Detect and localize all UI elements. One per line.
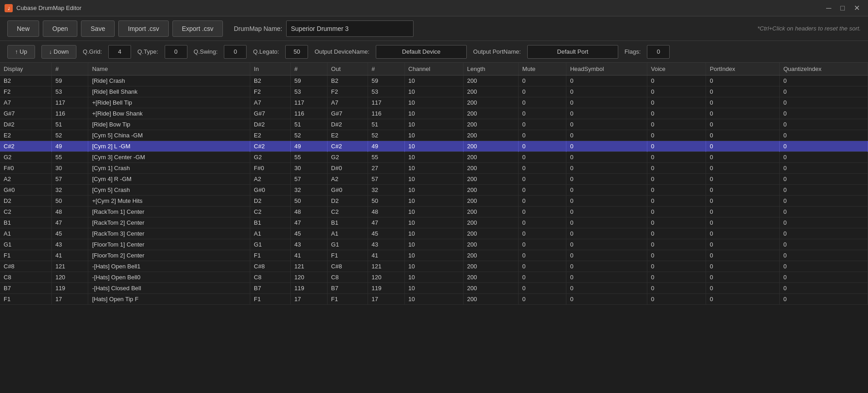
table-cell: 0	[647, 141, 706, 152]
header-num1[interactable]: #	[51, 63, 88, 76]
table-row[interactable]: G255[Cym 3] Center -GMG255G2551020000000	[0, 152, 868, 163]
drummap-name-input[interactable]	[286, 20, 414, 37]
table-cell: 59	[368, 76, 404, 86]
open-button[interactable]: Open	[43, 20, 77, 37]
table-cell: B7	[327, 283, 368, 294]
table-row[interactable]: C#249[Cym 2] L -GMC#249C#2491020000000	[0, 141, 868, 152]
qswing-input[interactable]	[224, 45, 247, 59]
table-cell: 0	[647, 294, 706, 305]
table-row[interactable]: A145[RackTom 3] CenterA145A1451020000000	[0, 228, 868, 239]
table-cell: 0	[706, 185, 780, 196]
table-row[interactable]: F253[Ride] Bell ShankF253F2531020000000	[0, 86, 868, 97]
header-out[interactable]: Out	[327, 63, 368, 76]
svg-text:♩: ♩	[8, 6, 10, 11]
table-cell: 0	[647, 239, 706, 250]
table-cell: 0	[647, 272, 706, 283]
table-row[interactable]: B147[RackTom 2] CenterB147B1471020000000	[0, 217, 868, 228]
header-quantizeindex[interactable]: QuantizeIndex	[779, 63, 868, 76]
table-cell: 0	[566, 272, 647, 283]
header-mute[interactable]: Mute	[519, 63, 566, 76]
qlegato-input[interactable]	[285, 45, 308, 59]
table-row[interactable]: D250+[Cym 2] Mute HitsD250D2501020000000	[0, 196, 868, 207]
table-row[interactable]: F#030[Cym 1] CrashF#030D#0271020000000	[0, 163, 868, 174]
window-controls[interactable]: ─ □ ✕	[823, 3, 863, 13]
table-cell: B2	[0, 76, 51, 86]
table-cell: 200	[463, 130, 518, 141]
table-cell: B7	[0, 283, 51, 294]
table-cell: 0	[519, 86, 566, 97]
header-length[interactable]: Length	[463, 63, 518, 76]
maximize-button[interactable]: □	[837, 3, 848, 13]
table-row[interactable]: G#032[Cym 5] CrashG#032G#0321020000000	[0, 185, 868, 196]
table-cell: C2	[0, 207, 51, 217]
table-cell: 0	[779, 239, 868, 250]
table-row[interactable]: C8120-[Hats] Open Bell0C8120C81201020000…	[0, 272, 868, 283]
table-cell: 52	[368, 130, 404, 141]
table-cell: 0	[706, 76, 780, 86]
header-name[interactable]: Name	[88, 63, 250, 76]
table-cell: 57	[51, 174, 88, 185]
table-cell: 10	[404, 86, 463, 97]
table-cell: E2	[327, 130, 368, 141]
table-row[interactable]: G#7116+[Ride] Bow ShankG#7116G#711610200…	[0, 108, 868, 119]
output-device-input[interactable]	[376, 45, 467, 59]
table-cell: 117	[51, 97, 88, 108]
table-cell: 50	[51, 196, 88, 207]
table-cell: A7	[250, 97, 291, 108]
table-cell: [Cym 5] China -GM	[88, 130, 250, 141]
table-row[interactable]: F141[FloorTom 2] CenterF141F141102000000…	[0, 250, 868, 261]
table-cell: A2	[327, 174, 368, 185]
header-channel[interactable]: Channel	[404, 63, 463, 76]
save-button[interactable]: Save	[81, 20, 115, 37]
table-cell: 49	[291, 141, 328, 152]
table-cell: 0	[647, 217, 706, 228]
up-button[interactable]: ↑ Up	[7, 45, 35, 59]
table-cell: 49	[51, 141, 88, 152]
hint-text: *Ctrl+Click on headers to reset the sort…	[757, 25, 861, 32]
import-csv-button[interactable]: Import .csv	[118, 20, 168, 37]
table-row[interactable]: D#251[Ride] Bow TipD#251D#2511020000000	[0, 119, 868, 130]
drummap-name-label: DrumMap Name:	[234, 25, 283, 32]
header-num3[interactable]: #	[368, 63, 404, 76]
table-cell: 0	[779, 272, 868, 283]
output-port-input[interactable]	[527, 45, 618, 59]
table-row[interactable]: B259[Ride] CrashB259B2591020000000	[0, 76, 868, 86]
qgrid-input[interactable]	[108, 45, 131, 59]
header-num2[interactable]: #	[291, 63, 328, 76]
table-cell: 0	[706, 239, 780, 250]
table-row[interactable]: C248[RackTom 1] CenterC248C2481020000000	[0, 207, 868, 217]
down-button[interactable]: ↓ Down	[41, 45, 76, 59]
table-cell: A1	[0, 228, 51, 239]
table-cell: 10	[404, 239, 463, 250]
new-button[interactable]: New	[7, 20, 39, 37]
table-cell: G2	[327, 152, 368, 163]
minimize-button[interactable]: ─	[823, 3, 835, 13]
flags-label: Flags:	[625, 48, 641, 55]
table-row[interactable]: C#8121-[Hats] Open Bell1C#8121C#81211020…	[0, 261, 868, 272]
table-row[interactable]: B7119-[Hats] Closed BellB7119B7119102000…	[0, 283, 868, 294]
table-cell: 0	[566, 152, 647, 163]
table-cell: 117	[291, 97, 328, 108]
header-portindex[interactable]: PortIndex	[706, 63, 780, 76]
table-cell: 10	[404, 152, 463, 163]
header-in[interactable]: In	[250, 63, 291, 76]
header-display[interactable]: Display	[0, 63, 51, 76]
table-row[interactable]: F117[Hats] Open Tip FF117F1171020000000	[0, 294, 868, 305]
table-cell: 0	[519, 239, 566, 250]
header-voice[interactable]: Voice	[647, 63, 706, 76]
table-cell: 51	[291, 119, 328, 130]
table-cell: 47	[51, 217, 88, 228]
table-cell: A1	[250, 228, 291, 239]
table-cell: 0	[647, 119, 706, 130]
table-row[interactable]: A257[Cym 4] R -GMA257A2571020000000	[0, 174, 868, 185]
flags-input[interactable]	[647, 45, 670, 59]
table-row[interactable]: E252[Cym 5] China -GME252E2521020000000	[0, 130, 868, 141]
close-button[interactable]: ✕	[850, 3, 863, 13]
table-cell: F2	[250, 86, 291, 97]
export-csv-button[interactable]: Export .csv	[172, 20, 223, 37]
qtype-input[interactable]	[165, 45, 187, 59]
table-cell: 0	[519, 207, 566, 217]
header-headsymbol[interactable]: HeadSymbol	[566, 63, 647, 76]
table-row[interactable]: A7117+[Ride] Bell TipA7117A7117102000000…	[0, 97, 868, 108]
table-row[interactable]: G143[FloorTom 1] CenterG143G143102000000…	[0, 239, 868, 250]
